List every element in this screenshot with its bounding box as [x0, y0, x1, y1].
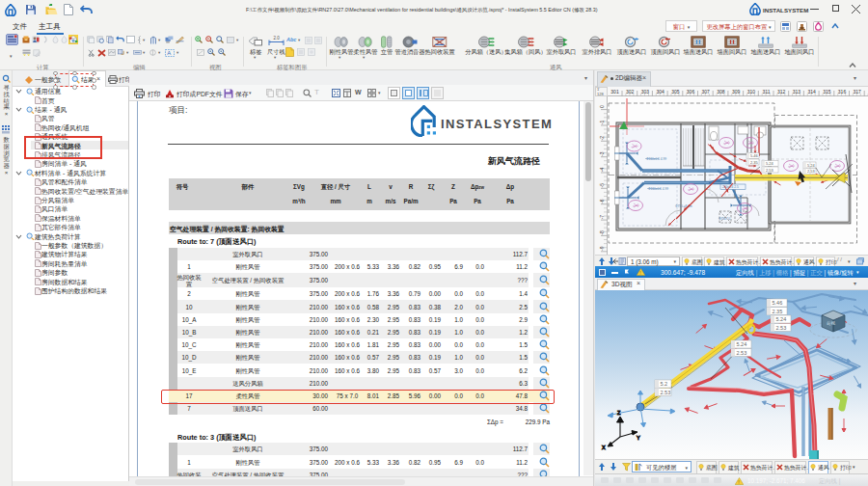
svg-text:5.24: 5.24 — [766, 161, 774, 166]
svg-text:-5: -5 — [599, 183, 605, 188]
svg-text:-8: -8 — [599, 230, 605, 235]
svg-text:前视: 前视 — [827, 320, 836, 326]
svg-text:307: 307 — [702, 89, 711, 94]
svg-text:-2: -2 — [599, 136, 605, 141]
svg-text:-6: -6 — [599, 199, 605, 203]
svg-text:-4: -4 — [599, 168, 605, 173]
svg-text:5.24: 5.24 — [776, 316, 787, 322]
svg-text:317: 317 — [854, 89, 862, 94]
svg-text:302: 302 — [626, 89, 635, 94]
svg-text:A: A — [167, 50, 171, 56]
svg-text:5.46: 5.46 — [750, 153, 759, 158]
svg-text:2.53: 2.53 — [661, 390, 671, 395]
svg-text:2.0: 2.0 — [274, 36, 281, 40]
svg-text:0: 0 — [599, 105, 605, 108]
svg-text:Y: Y — [637, 435, 640, 441]
svg-text:310: 310 — [747, 89, 756, 94]
svg-text:-9: -9 — [599, 246, 605, 251]
svg-text:-3: -3 — [599, 151, 605, 156]
svg-text:305: 305 — [671, 89, 680, 94]
svg-text:314: 314 — [807, 89, 816, 94]
svg-text:5.24: 5.24 — [807, 163, 816, 168]
svg-text:2.35: 2.35 — [773, 309, 783, 314]
svg-text:2.53: 2.53 — [766, 168, 774, 173]
svg-text:5.2: 5.2 — [661, 381, 668, 387]
svg-text:301: 301 — [610, 89, 619, 94]
svg-text:303: 303 — [641, 89, 650, 94]
svg-text:306: 306 — [687, 89, 695, 94]
svg-text:309: 309 — [732, 89, 741, 94]
svg-text:-1: -1 — [599, 121, 605, 125]
svg-text:304: 304 — [656, 89, 665, 94]
svg-text:311: 311 — [763, 89, 771, 94]
svg-text:Φ160x0.6 4.99: Φ160x0.6 4.99 — [648, 187, 668, 191]
svg-text:5.46: 5.46 — [773, 300, 783, 306]
svg-text:5.24: 5.24 — [737, 341, 747, 347]
svg-text:X: X — [602, 445, 606, 450]
svg-text:-7: -7 — [599, 215, 605, 220]
svg-text:2.53: 2.53 — [807, 169, 816, 174]
svg-text:Φ160x0.6 4.99: Φ160x0.6 4.99 — [646, 157, 666, 161]
svg-text:Φ75x7.0: Φ75x7.0 — [719, 217, 730, 221]
svg-text:2.53: 2.53 — [776, 325, 787, 331]
svg-text:316: 316 — [838, 89, 847, 94]
svg-text:315: 315 — [823, 89, 831, 94]
svg-text:312: 312 — [777, 89, 786, 94]
svg-text:2.53: 2.53 — [737, 350, 747, 356]
svg-text:2.35: 2.35 — [750, 160, 759, 165]
svg-text:308: 308 — [717, 89, 725, 94]
svg-text:313: 313 — [793, 89, 801, 94]
